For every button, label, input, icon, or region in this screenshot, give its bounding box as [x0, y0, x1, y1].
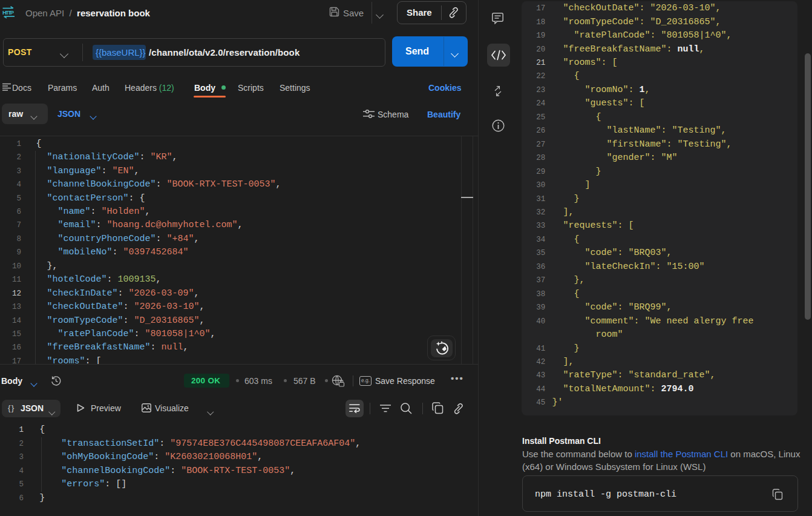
- svg-text:HTTP: HTTP: [2, 9, 14, 16]
